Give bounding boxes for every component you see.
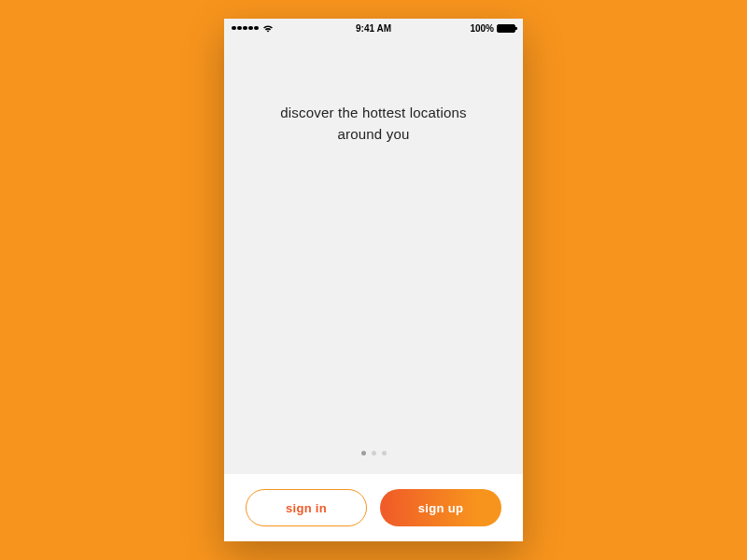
onboarding-content: discover the hottest locations around yo… — [224, 37, 523, 474]
bottom-action-bar: sign in sign up — [224, 474, 523, 541]
battery-icon — [497, 24, 515, 33]
page-dot-1[interactable] — [361, 451, 366, 455]
sign-up-button[interactable]: sign up — [380, 489, 501, 526]
status-right: 100% — [470, 23, 515, 34]
sign-in-button[interactable]: sign in — [246, 489, 367, 526]
wifi-icon — [262, 24, 274, 33]
battery-percent: 100% — [470, 23, 494, 34]
phone-frame: 9:41 AM 100% discover the hottest locati… — [224, 19, 523, 541]
headline-line-1: discover the hottest locations — [280, 103, 466, 124]
headline-line-2: around you — [280, 124, 466, 146]
onboarding-headline: discover the hottest locations around yo… — [280, 103, 466, 145]
page-indicator[interactable] — [361, 451, 387, 455]
status-left — [232, 24, 274, 33]
page-dot-3[interactable] — [382, 451, 387, 455]
status-bar: 9:41 AM 100% — [224, 19, 523, 37]
signal-dots-icon — [232, 26, 259, 31]
status-time: 9:41 AM — [356, 23, 391, 34]
page-dot-2[interactable] — [372, 451, 376, 455]
